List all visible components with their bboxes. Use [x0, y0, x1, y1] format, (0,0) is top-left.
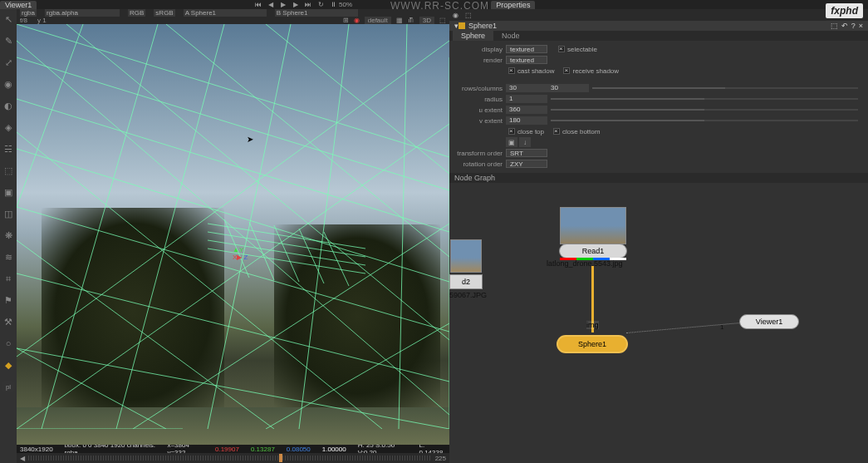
properties-tab[interactable]: Properties: [491, 1, 535, 9]
viewer-input-1: 1: [720, 323, 723, 331]
first-frame-icon[interactable]: ⏮: [253, 0, 263, 8]
cursor-icon[interactable]: ↖: [2, 13, 14, 25]
viewer-status-bar: 3840x1920 bbox: 0 0 3840 1920 channels: …: [17, 445, 449, 453]
planar-icon[interactable]: pl: [2, 381, 14, 392]
roi-icon[interactable]: ◉: [354, 17, 360, 24]
cast-shadow-checkbox[interactable]: [508, 67, 515, 74]
toolset-icon[interactable]: ⚒: [2, 316, 14, 328]
next-frame-icon[interactable]: ▶: [291, 0, 301, 8]
loop-icon[interactable]: ↻: [316, 0, 326, 8]
render-dropdown[interactable]: textured: [506, 56, 547, 64]
deep-icon[interactable]: ≋: [2, 251, 14, 263]
left-toolbar: ↖ ✎ ⤢ ◉ ◐ ◈ ☵ ⬚ ▣ ◫ ❋ ≋ ⌗ ⚑ ⚒ ○ ◆ pl: [0, 9, 17, 463]
display-dropdown[interactable]: textured: [506, 45, 547, 53]
svg-line-32: [274, 225, 299, 282]
svg-line-12: [299, 24, 349, 429]
tab-node[interactable]: Node: [493, 31, 528, 41]
view-mode-dropdown[interactable]: default: [365, 17, 391, 24]
prev-frame-icon[interactable]: ◀: [266, 0, 276, 8]
transform-order-dropdown[interactable]: SRT: [506, 149, 547, 157]
fstop-value[interactable]: f/8: [20, 17, 27, 24]
zoom-value[interactable]: 50%: [341, 0, 351, 8]
rowscols-slider[interactable]: [592, 87, 858, 89]
viewer-subtoolbar: f/8 y 1 ⊞ ◉ default ▦ ⫚ 3D ⬚: [17, 17, 449, 24]
sphere-name: Sphere1: [578, 340, 606, 348]
pin-icon[interactable]: ⬚: [465, 12, 472, 19]
vextent-input[interactable]: 180: [506, 116, 547, 125]
lut-dropdown[interactable]: sRGB: [154, 9, 174, 17]
time-icon[interactable]: ◉: [2, 78, 14, 90]
transform-icon[interactable]: ⤢: [2, 57, 14, 68]
vextent-label: v extent: [456, 117, 506, 125]
receive-shadow-checkbox[interactable]: [563, 67, 570, 74]
transport-controls: ⏮ ◀ ▶ ▶ ⏭ ↻ ⏸ 50%: [253, 0, 351, 8]
tab-sphere[interactable]: Sphere: [453, 31, 493, 41]
svg-line-23: [17, 124, 449, 429]
timeline-start[interactable]: ◀: [20, 455, 25, 462]
axis-gizmo[interactable]: ▲YX▶ Z: [233, 246, 248, 261]
node-viewer1[interactable]: Viewer1: [739, 314, 799, 329]
selectable-checkbox[interactable]: [558, 46, 565, 52]
channel-icon[interactable]: ◐: [2, 100, 14, 111]
node-read1[interactable]: Read1: [559, 244, 627, 259]
node-graph[interactable]: d2 59067.JPG Read1 latlong_drone.5543.jp…: [449, 183, 868, 463]
revert-icon[interactable]: ?: [851, 22, 856, 30]
input-a-dropdown[interactable]: A Sphere1: [184, 9, 267, 17]
draw-icon[interactable]: ✎: [2, 35, 14, 47]
dim-dropdown[interactable]: 3D: [419, 17, 434, 24]
gamma-value[interactable]: y 1: [37, 17, 47, 24]
overlay-icon[interactable]: ⊞: [343, 17, 349, 24]
dash-sphere-viewer[interactable]: [626, 322, 751, 333]
timeline[interactable]: ◀ 225: [17, 453, 449, 463]
file-button[interactable]: ▣: [506, 137, 517, 147]
close-top-checkbox[interactable]: [508, 128, 515, 135]
props-body: display textured selectable render textu…: [449, 41, 868, 173]
keyer-icon[interactable]: ⬚: [2, 165, 14, 176]
other-icon[interactable]: ○: [2, 337, 14, 349]
cols-input[interactable]: 30: [547, 84, 589, 92]
svg-line-13: [399, 24, 407, 429]
mouse-cursor: ➤: [247, 135, 253, 145]
misc-icon[interactable]: ⬚: [439, 17, 446, 24]
particles-icon[interactable]: ❋: [2, 229, 14, 241]
lock-icon[interactable]: ◉: [453, 12, 459, 19]
uextent-input[interactable]: 360: [506, 106, 547, 114]
node-graph-tab[interactable]: Node Graph: [449, 173, 868, 183]
alpha-dropdown[interactable]: rgba.alpha: [45, 9, 120, 17]
svg-line-8: [17, 24, 83, 207]
views-icon[interactable]: ⌗: [2, 273, 14, 284]
timeline-track[interactable]: [28, 456, 432, 461]
channel-dropdown[interactable]: rgba: [20, 9, 37, 17]
colorspace-dropdown[interactable]: RGB: [128, 9, 145, 17]
viewport[interactable]: ▲YX▶ Z ➤: [17, 24, 449, 445]
play-icon[interactable]: ▶: [278, 0, 288, 8]
input-b-dropdown[interactable]: B Sphere1: [275, 9, 358, 17]
undo-icon[interactable]: ↶: [841, 22, 848, 30]
3d-icon[interactable]: ◫: [2, 208, 14, 219]
uextent-slider[interactable]: [551, 109, 858, 111]
help-icon[interactable]: ⬚: [831, 22, 838, 30]
close-icon[interactable]: ×: [859, 22, 863, 30]
import-button[interactable]: ↓: [519, 137, 531, 147]
merge-icon[interactable]: ▣: [2, 186, 14, 198]
rotation-order-dropdown[interactable]: ZXY: [506, 160, 547, 168]
viewer-tab[interactable]: Viewer1: [0, 1, 37, 9]
last-frame-icon[interactable]: ⏭: [303, 0, 313, 8]
filter-icon[interactable]: ☵: [2, 143, 14, 155]
svg-line-2: [17, 99, 449, 232]
metadata-icon[interactable]: ⚑: [2, 294, 14, 306]
roto-icon[interactable]: ◆: [2, 359, 14, 371]
close-bottom-checkbox[interactable]: [553, 128, 560, 135]
props-toolbar: ◉ ⬚: [449, 9, 868, 21]
color-icon[interactable]: ◈: [2, 121, 14, 133]
pause-icon[interactable]: ⏸: [328, 0, 338, 8]
proxy-icon[interactable]: ⫚: [408, 17, 414, 24]
node-read2-partial[interactable]: d2: [449, 274, 483, 289]
wipe-icon[interactable]: ▦: [396, 17, 403, 24]
radius-input[interactable]: 1: [506, 95, 547, 103]
radius-slider[interactable]: [551, 98, 858, 100]
node-sphere1[interactable]: Sphere1: [558, 337, 626, 352]
rows-input[interactable]: 30: [506, 84, 547, 92]
node-color-swatch[interactable]: [459, 22, 465, 29]
vextent-slider[interactable]: [551, 120, 858, 121]
